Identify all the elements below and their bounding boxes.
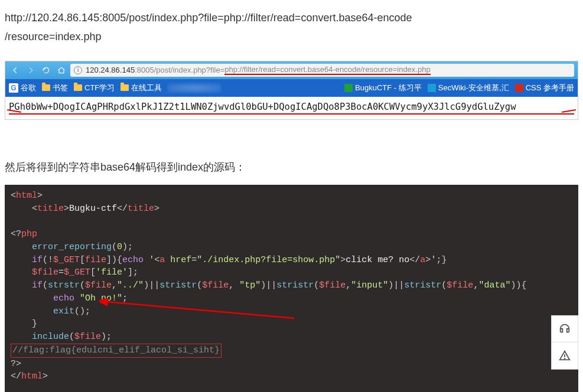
site-icon <box>428 84 436 92</box>
bookmark-folder-ctf[interactable]: CTF学习 <box>74 83 115 93</box>
site-icon <box>344 84 353 92</box>
svg-line-0 <box>105 302 294 318</box>
address-path: :8005/post/index.php?file= <box>135 66 224 74</box>
code-str: "tp" <box>239 280 260 290</box>
nav-reload-button[interactable] <box>40 64 53 77</box>
folder-icon <box>120 84 129 91</box>
bookmark-label: CTF学习 <box>84 83 115 93</box>
code-fn: stristr <box>404 280 441 290</box>
payload-url-text: http://120.24.86.145:8005/post/index.php… <box>5 8 578 47</box>
code-fn: include <box>32 332 69 342</box>
nav-home-button[interactable] <box>55 64 68 77</box>
code-str: 'file' <box>96 267 128 277</box>
site-info-icon[interactable]: i <box>74 66 82 74</box>
browser-window: i 120.24.86.145:8005/post/index.php?file… <box>5 61 578 120</box>
code-arg: 0 <box>117 242 122 252</box>
code-fn: error_reporting <box>32 242 112 252</box>
address-bar[interactable]: i 120.24.86.145:8005/post/index.php?file… <box>70 64 574 77</box>
annotation-underline <box>9 113 574 115</box>
folder-icon <box>74 84 82 91</box>
report-button[interactable] <box>551 342 578 370</box>
bookmark-folder-tools[interactable]: 在线工具 <box>120 83 162 93</box>
code-str: "input" <box>351 280 388 290</box>
bookmark-label: 书签 <box>53 83 68 93</box>
code-fn: stristr <box>159 280 197 290</box>
bookmark-label: 在线工具 <box>131 83 162 93</box>
bookmark-folder-bookmarks[interactable]: 书签 <box>42 83 68 93</box>
code-var: $file <box>202 280 229 290</box>
code-var: $file <box>32 267 58 277</box>
annotation-arrow <box>99 298 300 322</box>
flag-comment: //flag:flag{edulcni_elif_lacol_si_siht} <box>12 345 220 355</box>
folder-icon <box>42 84 50 91</box>
bookmark-secwiki[interactable]: SecWiki-安全维基,汇 <box>428 83 509 93</box>
code-str: "data" <box>478 280 510 290</box>
page-content-base64: PGh0bWw+DQogICAgPHRpdGxlPkJ1Z2t1LWN0Zjwv… <box>5 97 578 113</box>
bookmark-label: 谷歌 <box>21 83 36 93</box>
svg-point-2 <box>565 358 565 359</box>
flag-comment-box: //flag:flag{edulcni_elif_lacol_si_siht} <box>11 344 222 358</box>
code-str: "../" <box>117 280 144 290</box>
code-var: $_GET <box>64 267 90 277</box>
bookmark-label: SecWiki-安全维基,汇 <box>438 83 509 93</box>
bookmark-bugku[interactable]: BugkuCTF - 练习平 <box>344 83 422 93</box>
payload-url-line2: /resource=index.php <box>5 31 102 43</box>
code-title-text: Bugku-ctf <box>69 204 117 214</box>
code-var: $file <box>85 280 112 290</box>
side-action-buttons <box>551 315 578 370</box>
code-var: $file <box>74 332 101 342</box>
browser-nav-row: i 120.24.86.145:8005/post/index.php?file… <box>5 61 578 79</box>
bookmark-label: BugkuCTF - 练习平 <box>355 83 422 93</box>
bookmark-blurred <box>168 83 221 93</box>
code-var: $file <box>319 280 346 290</box>
bookmark-css[interactable]: CSS 参考手册 <box>515 83 574 93</box>
support-button[interactable] <box>551 315 578 342</box>
nav-forward-button[interactable] <box>24 64 37 77</box>
code-fn: strstr <box>48 280 80 290</box>
code-link-text: click me? no <box>346 255 409 265</box>
decoded-source-code: <html> <title>Bugku-ctf</title> <?php er… <box>5 185 578 392</box>
address-host: 120.24.86.145 <box>86 66 135 74</box>
address-highlighted: php://filter/read=convert.base64-encode/… <box>224 65 430 75</box>
bookmarks-bar: G 谷歌 书签 CTF学习 在线工具 BugkuCTF - 练习平 <box>5 79 578 97</box>
payload-url-line1: http://120.24.86.145:8005/post/index.php… <box>5 12 412 24</box>
code-var: $file <box>447 280 473 290</box>
description-text: 然后将得到的字符串base64解码得到index的源码： <box>5 160 578 174</box>
code-fn: exit <box>53 306 74 316</box>
site-icon <box>515 84 523 92</box>
bookmark-label: CSS 参考手册 <box>526 83 574 93</box>
base64-text: PGh0bWw+DQogICAgPHRpdGxlPkJ1Z2t1LWN0Zjwv… <box>9 102 516 112</box>
code-var: $_GET <box>53 255 80 265</box>
bookmark-google[interactable]: G 谷歌 <box>9 83 36 93</box>
nav-back-button[interactable] <box>9 64 22 77</box>
code-fn: stristr <box>276 280 314 290</box>
code-str: "Oh no!" <box>80 293 122 303</box>
code-key: file <box>85 255 106 265</box>
google-icon: G <box>9 83 18 93</box>
code-href: "./index.php?file=show.php" <box>197 255 340 265</box>
code-str: ' <box>149 255 154 265</box>
